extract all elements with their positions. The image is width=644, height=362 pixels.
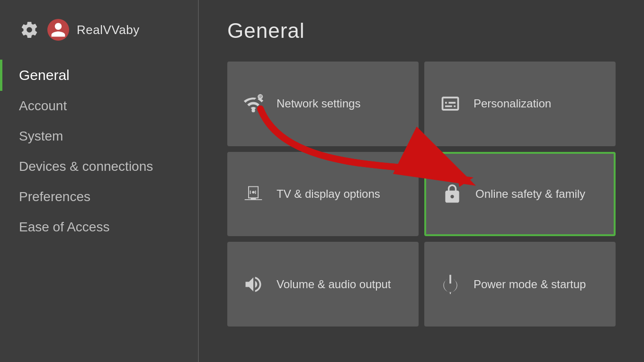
gear-icon — [19, 19, 40, 40]
sidebar: RealVVaby General Account System Devices… — [0, 0, 199, 362]
sidebar-item-system[interactable]: System — [0, 121, 199, 151]
svg-point-1 — [258, 94, 263, 99]
sidebar-item-preferences[interactable]: Preferences — [0, 182, 199, 212]
page-title: General — [227, 19, 616, 43]
sidebar-item-devices[interactable]: Devices & connections — [0, 151, 199, 182]
settings-grid: Network settings Personalization — [227, 62, 616, 327]
tile-network-label: Network settings — [277, 97, 360, 110]
svg-point-2 — [252, 191, 255, 194]
tile-tv-display-label: TV & display options — [277, 187, 380, 201]
tile-online-safety-label: Online safety & family — [475, 187, 585, 201]
network-icon — [242, 92, 265, 115]
tile-power-label: Power mode & startup — [474, 278, 586, 291]
sidebar-item-account[interactable]: Account — [0, 91, 199, 121]
main-content: General Network settings — [199, 0, 644, 362]
tile-network[interactable]: Network settings — [227, 62, 419, 146]
sidebar-nav: General Account System Devices & connect… — [0, 60, 199, 242]
tile-online-safety[interactable]: Online safety & family — [424, 152, 616, 237]
tile-tv-display[interactable]: TV & display options — [227, 152, 419, 237]
power-icon — [438, 273, 462, 296]
username: RealVVaby — [77, 23, 140, 37]
tv-display-icon — [242, 182, 265, 206]
sidebar-header: RealVVaby — [0, 9, 199, 55]
lock-icon — [440, 182, 464, 206]
sidebar-item-general[interactable]: General — [0, 60, 199, 91]
volume-icon — [242, 273, 265, 296]
tile-personalization[interactable]: Personalization — [424, 62, 616, 146]
tile-power[interactable]: Power mode & startup — [424, 242, 616, 327]
sidebar-item-ease[interactable]: Ease of Access — [0, 212, 199, 242]
personalization-icon — [438, 92, 462, 115]
avatar — [47, 19, 69, 41]
main-wrapper: General Network settings — [199, 0, 644, 362]
tile-volume-label: Volume & audio output — [277, 278, 391, 291]
tile-personalization-label: Personalization — [474, 97, 551, 110]
tile-volume[interactable]: Volume & audio output — [227, 242, 419, 327]
svg-point-0 — [251, 109, 255, 112]
